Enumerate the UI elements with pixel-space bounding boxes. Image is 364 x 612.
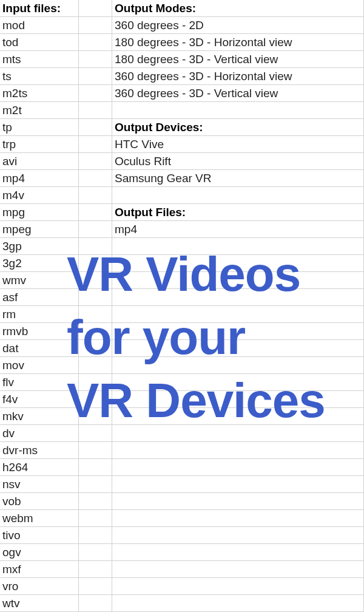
- empty-cell: [79, 102, 112, 119]
- empty-cell: [79, 119, 112, 136]
- empty-cell: [79, 17, 112, 34]
- header-input-files: Input files:: [0, 0, 79, 17]
- empty-cell: [112, 442, 364, 459]
- output-mode-cell: 360 degrees - 3D - Vertical view: [112, 85, 364, 102]
- empty-cell: [79, 85, 112, 102]
- input-file-cell: mp4: [0, 170, 79, 187]
- empty-cell: [79, 187, 112, 204]
- output-mode-cell: 360 degrees - 3D - Horizontal view: [112, 68, 364, 85]
- input-file-cell: mpeg: [0, 221, 79, 238]
- empty-cell: [112, 187, 364, 204]
- empty-cell: [79, 476, 112, 493]
- empty-cell: [112, 595, 364, 612]
- empty-cell: [79, 442, 112, 459]
- output-mode-cell: 360 degrees - 2D: [112, 17, 364, 34]
- input-file-cell: tivo: [0, 527, 79, 544]
- input-file-cell: nsv: [0, 476, 79, 493]
- input-file-cell: ogv: [0, 544, 79, 561]
- input-file-cell: dvr-ms: [0, 442, 79, 459]
- empty-cell: [79, 170, 112, 187]
- input-file-cell: wtv: [0, 595, 79, 612]
- input-file-cell: m2t: [0, 102, 79, 119]
- input-file-cell: trp: [0, 136, 79, 153]
- empty-cell: [79, 578, 112, 595]
- output-device-cell: Samsung Gear VR: [112, 170, 364, 187]
- empty-cell: [79, 459, 112, 476]
- input-file-cell: tod: [0, 34, 79, 51]
- overlay-line-3: VR Devices: [67, 369, 325, 432]
- empty-cell: [79, 595, 112, 612]
- empty-cell: [112, 493, 364, 510]
- empty-cell: [79, 0, 112, 17]
- input-file-cell: tp: [0, 119, 79, 136]
- empty-cell: [112, 510, 364, 527]
- input-file-cell: vob: [0, 493, 79, 510]
- header-output-devices: Output Devices:: [112, 119, 364, 136]
- overlay-line-1: VR Videos: [67, 243, 325, 306]
- input-file-cell: mts: [0, 51, 79, 68]
- header-output-modes: Output Modes:: [112, 0, 364, 17]
- empty-cell: [112, 476, 364, 493]
- output-mode-cell: 180 degrees - 3D - Horizontal view: [112, 34, 364, 51]
- output-file-cell: mp4: [112, 221, 364, 238]
- input-file-cell: avi: [0, 153, 79, 170]
- input-file-cell: m4v: [0, 187, 79, 204]
- input-file-cell: vro: [0, 578, 79, 595]
- empty-cell: [112, 102, 364, 119]
- input-file-cell: m2ts: [0, 85, 79, 102]
- empty-cell: [79, 493, 112, 510]
- header-output-files: Output Files:: [112, 204, 364, 221]
- input-file-cell: mpg: [0, 204, 79, 221]
- empty-cell: [112, 459, 364, 476]
- empty-cell: [79, 221, 112, 238]
- empty-cell: [79, 34, 112, 51]
- empty-cell: [79, 544, 112, 561]
- overlay-line-2: for your: [67, 306, 325, 369]
- empty-cell: [112, 544, 364, 561]
- empty-cell: [79, 51, 112, 68]
- empty-cell: [79, 136, 112, 153]
- empty-cell: [79, 68, 112, 85]
- output-device-cell: HTC Vive: [112, 136, 364, 153]
- overlay-title: VR Videos for your VR Devices: [67, 243, 325, 432]
- empty-cell: [112, 578, 364, 595]
- empty-cell: [112, 561, 364, 578]
- empty-cell: [79, 204, 112, 221]
- empty-cell: [79, 153, 112, 170]
- input-file-cell: h264: [0, 459, 79, 476]
- input-file-cell: mxf: [0, 561, 79, 578]
- input-file-cell: webm: [0, 510, 79, 527]
- empty-cell: [79, 510, 112, 527]
- input-file-cell: ts: [0, 68, 79, 85]
- empty-cell: [79, 561, 112, 578]
- empty-cell: [79, 527, 112, 544]
- output-mode-cell: 180 degrees - 3D - Vertical view: [112, 51, 364, 68]
- input-file-cell: mod: [0, 17, 79, 34]
- output-device-cell: Oculus Rift: [112, 153, 364, 170]
- empty-cell: [112, 527, 364, 544]
